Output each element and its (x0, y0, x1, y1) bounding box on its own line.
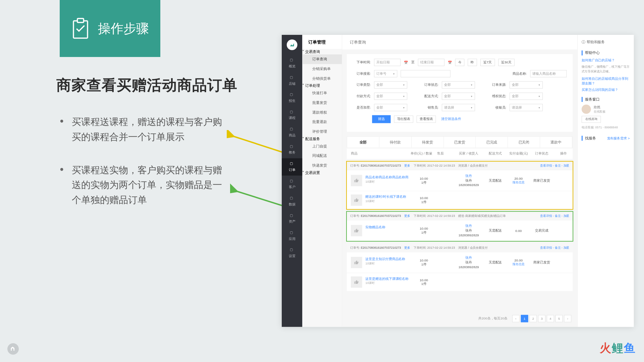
status-tabs: 全部待付款待发货已发货已完成已关闭退款中 (347, 136, 573, 148)
tab-退款中[interactable]: 退款中 (540, 137, 572, 148)
nav-icon: ▢ (290, 214, 294, 218)
nav-icon: ▢ (290, 93, 294, 97)
order-source-select[interactable]: 全部 (509, 81, 543, 89)
label-cashier: 收银员: (488, 105, 506, 110)
sidebar-item-课程[interactable]: ▢课程 (282, 107, 302, 124)
ship-method-select[interactable]: 全部 (442, 93, 475, 100)
clipboard-icon (71, 18, 90, 39)
menu-item[interactable]: 评价管理 (302, 127, 342, 136)
label-ordersource: 订单来源: (488, 83, 506, 87)
tab-已发货[interactable]: 已发货 (444, 137, 476, 148)
goods-name[interactable]: 实物赠品名称 (365, 225, 385, 230)
sidebar-item-店铺[interactable]: ▢店铺 (282, 72, 302, 89)
goods-name[interactable]: 商品名称商品名称商品名称商 (365, 175, 409, 180)
star-select[interactable]: 全部 (374, 104, 407, 111)
menu-group[interactable]: ˅ 订单处理 (302, 83, 342, 88)
search-type-select[interactable]: 订单号 (374, 70, 397, 77)
publish-link[interactable]: 发布服务需求 > (607, 136, 630, 140)
app-logo[interactable] (287, 40, 298, 50)
menu-item[interactable]: 批量退款 (302, 117, 342, 127)
label-shipmethod: 配送方式: (421, 94, 438, 99)
sidebar-item-客户[interactable]: ▢客户 (282, 176, 302, 193)
sidebar-item-订单[interactable]: ▢订单 (282, 158, 302, 175)
menu-group[interactable]: ˅ 配送服务 (302, 136, 342, 141)
order-status-select[interactable]: 全部 (442, 81, 475, 89)
order-more-link[interactable]: 更多 (404, 246, 410, 250)
cashier-select[interactable]: 请选择 (509, 104, 543, 111)
calendar-icon[interactable]: 📅 (404, 61, 408, 64)
prod-name-input[interactable]: 请输入商品名称 (530, 70, 567, 77)
menu-item[interactable]: 分销供货单 (302, 74, 342, 83)
order-links[interactable]: 查看详情 - 备注 - 加星 (540, 246, 569, 250)
menu-group[interactable]: ˅ 交易查询 (302, 50, 342, 55)
product-thumb (351, 194, 362, 206)
tab-已关闭[interactable]: 已关闭 (508, 137, 540, 148)
page-4[interactable]: 4 (547, 315, 554, 322)
calendar-icon[interactable]: 📅 (448, 61, 452, 64)
help-q3[interactable]: 买家怎么访问我的店铺？ (582, 87, 630, 92)
nav-icon: ▢ (290, 231, 294, 235)
help-q1[interactable]: 如何推广自己的店铺？ (582, 58, 630, 63)
order-block: 订单号: E20170808161607037210273更多下单时间: 201… (347, 212, 573, 241)
th-after: 售后 (437, 151, 454, 156)
menu-item[interactable]: 退款维权 (302, 108, 342, 117)
order-more-link[interactable]: 更多 (404, 164, 410, 168)
consult-button[interactable]: 在线咨询 (582, 116, 601, 123)
search-input[interactable] (400, 70, 450, 77)
menu-item[interactable]: 分销采购单 (302, 64, 342, 74)
btn-month[interactable]: 近30天 (498, 59, 515, 66)
page-2[interactable]: 2 (530, 315, 537, 322)
page-prev[interactable]: ‹ (512, 315, 520, 322)
sidebar-item-数据[interactable]: ▢数据 (282, 193, 302, 210)
help-q2[interactable]: 如何将自己的店铺或商品分享到朋友圈？ (582, 76, 630, 86)
menu-item[interactable]: 批量发货 (302, 98, 342, 108)
export-button[interactable]: 导出报表 (394, 116, 413, 123)
pay-method-select[interactable]: 全部 (374, 93, 407, 100)
sidebar-item-应用[interactable]: ▢应用 (282, 227, 302, 244)
tab-待付款[interactable]: 待付款 (379, 137, 412, 148)
page-3[interactable]: 3 (538, 315, 545, 322)
sidebar-item-教务[interactable]: ▢教务 (282, 141, 302, 158)
btn-yesterday[interactable]: 昨 (468, 59, 477, 66)
sidebar-item-商品[interactable]: ▢商品 (282, 124, 302, 141)
tab-已完成[interactable]: 已完成 (476, 137, 508, 148)
label-prodname: 商品名称: (509, 71, 527, 76)
view-report-button[interactable]: 查看报表 (417, 116, 436, 123)
menu-item[interactable]: 快递发货 (302, 161, 342, 170)
menu-item[interactable]: 快速打单 (302, 88, 342, 98)
goods-name[interactable]: 这里是主知识付费商品名称 (365, 257, 405, 261)
order-more-link[interactable]: 更多 (404, 214, 410, 218)
goods-name[interactable]: 赠送的课时/时长线下课名称 (365, 194, 406, 199)
sales-select[interactable]: 请选择 (442, 104, 475, 111)
product-thumb (351, 277, 362, 288)
clear-filters-link[interactable]: 清空筛选条件 (441, 117, 461, 122)
sidebar-item-设置[interactable]: ▢设置 (282, 245, 302, 262)
sidebar-header: 订单管理 (302, 35, 342, 50)
menu-item[interactable]: 上门自提 (302, 141, 342, 151)
order-type-select[interactable]: 全部 (374, 81, 407, 89)
date-from[interactable]: 开始日期 (374, 59, 400, 66)
help-q1-text: 微信推广，微博推广，线下推广等方式引导买家进入店铺。 (582, 65, 630, 74)
page-5[interactable]: 5 (555, 315, 563, 322)
date-to[interactable]: 结束日期 (418, 59, 444, 66)
menu-group[interactable]: ˅ 交易设置 (302, 170, 342, 175)
tab-全部[interactable]: 全部 (347, 137, 379, 148)
menu-item[interactable]: 订单查询 (302, 54, 342, 64)
order-links[interactable]: 查看详情 - 备注 - 加星 (540, 214, 569, 218)
order-row: 这里是主知识付费商品名称10课时10.001件张丹张丹18283892829无需… (347, 252, 573, 273)
order-links[interactable]: 查看详情 - 备注 - 加星 (540, 164, 569, 168)
pagination: 共200条，每页20条 ‹ 12345 › (478, 315, 571, 322)
goods-name[interactable]: 这里是赠送的线下课课程名称 (365, 277, 409, 281)
menu-item[interactable]: 同城配送 (302, 151, 342, 161)
tab-待发货[interactable]: 待发货 (412, 137, 444, 148)
rights-select[interactable]: 全部 (509, 93, 543, 100)
order-row: 赠送的课时/时长线下课名称10课时10.001件 (347, 191, 573, 209)
page-next[interactable]: › (564, 315, 572, 322)
sidebar-item-招生[interactable]: ▢招生 (282, 89, 302, 106)
btn-week[interactable]: 近7天 (480, 59, 495, 66)
btn-today[interactable]: 今 (455, 59, 465, 66)
sidebar-item-概览[interactable]: ▢概览 (282, 55, 302, 72)
sidebar-item-资产[interactable]: ▢资产 (282, 210, 302, 227)
filter-button[interactable]: 筛选 (372, 115, 390, 123)
page-1[interactable]: 1 (521, 315, 528, 322)
